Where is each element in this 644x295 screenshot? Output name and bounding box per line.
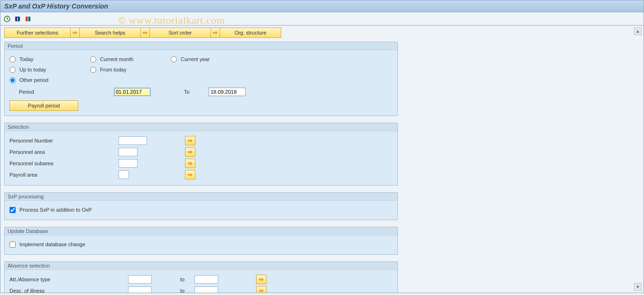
desc-of-illness-to-input[interactable] (194, 286, 218, 293)
current-year-radio[interactable] (171, 56, 177, 63)
personnel-area-label: Personnel area (9, 149, 119, 155)
sort-order-label: Sort order (169, 30, 192, 36)
arrow-right-icon: ⇨ (143, 29, 147, 36)
up-to-today-label[interactable]: Up to today (19, 67, 46, 72)
current-month-radio[interactable] (90, 56, 96, 63)
arrow-right-icon: ⇨ (259, 287, 264, 293)
update-database-title: Update Database (5, 227, 397, 235)
from-today-radio[interactable] (90, 67, 96, 73)
att-absence-type-label: Att./Absence type (9, 277, 128, 282)
search-helps-label: Search helps (95, 30, 125, 36)
sxp-processing-group: SxP processing Process SxP in addition t… (4, 192, 398, 220)
selection-group-title: Selection (5, 123, 397, 131)
personnel-number-label: Personnel Number (9, 138, 119, 143)
colors-icon[interactable] (24, 15, 32, 23)
svg-rect-7 (29, 17, 30, 21)
att-absence-type-multi-button[interactable]: ⇨ (256, 275, 267, 284)
payroll-area-input[interactable] (119, 170, 129, 179)
content-area: ▲ ▼ Further selections ⇨ Search helps ⇨ … (0, 26, 644, 293)
period-group-title: Period (5, 42, 397, 50)
implement-db-change-checkbox[interactable] (9, 241, 16, 248)
personnel-subarea-input[interactable] (119, 159, 138, 168)
svg-text:i: i (17, 17, 18, 22)
sxp-processing-title: SxP processing (5, 193, 397, 201)
svg-line-2 (7, 19, 9, 20)
payroll-period-button[interactable]: Payroll period (9, 100, 78, 111)
sort-order-button[interactable]: Sort order (149, 27, 211, 38)
arrow-right-icon: ⇨ (188, 149, 193, 155)
payroll-area-multi-button[interactable]: ⇨ (185, 170, 195, 179)
personnel-area-input[interactable] (119, 148, 138, 156)
att-absence-to-label: to (152, 277, 194, 282)
search-helps-arrow-button[interactable]: ⇨ (70, 27, 80, 38)
period-from-input[interactable] (114, 88, 151, 96)
process-sxp-checkbox[interactable] (9, 207, 16, 213)
personnel-subarea-label: Personnel subarea (9, 161, 119, 166)
desc-of-illness-label: Desc. of illness (9, 288, 128, 293)
up-to-today-radio[interactable] (9, 67, 16, 73)
app-toolbar: i (0, 12, 644, 26)
arrow-right-icon: ⇨ (213, 29, 218, 36)
payroll-area-label: Payroll area (9, 172, 119, 178)
payroll-period-label: Payroll period (28, 103, 60, 108)
scroll-up-button[interactable]: ▲ (634, 27, 642, 35)
today-radio[interactable] (9, 56, 16, 63)
further-selections-button[interactable]: Further selections (4, 27, 71, 38)
absence-selection-title: Absence selection (5, 262, 397, 270)
period-to-input[interactable] (209, 88, 246, 96)
arrow-right-icon: ⇨ (188, 160, 193, 167)
page-title: SxP and OxP History Conversion (4, 2, 108, 10)
personnel-number-input[interactable] (119, 136, 147, 145)
sort-order-arrow-button[interactable]: ⇨ (140, 27, 150, 38)
arrow-right-icon: ⇨ (188, 171, 193, 178)
period-to-label: To (184, 89, 198, 95)
org-structure-arrow-button[interactable]: ⇨ (211, 27, 220, 38)
action-button-row: Further selections ⇨ Search helps ⇨ Sort… (4, 27, 640, 38)
search-helps-button[interactable]: Search helps (79, 27, 141, 38)
arrow-right-icon: ⇨ (73, 29, 77, 36)
period-group: Period Today Current month Current year … (4, 42, 398, 116)
selection-group: Selection Personnel Number ⇨ Personnel a… (4, 123, 398, 186)
arrow-right-icon: ⇨ (259, 276, 264, 283)
org-structure-button[interactable]: Org. structure (220, 27, 281, 38)
other-period-radio[interactable] (9, 77, 16, 83)
arrow-right-icon: ⇨ (188, 137, 193, 144)
att-absence-type-to-input[interactable] (194, 275, 218, 284)
att-absence-type-from-input[interactable] (128, 275, 152, 284)
further-selections-label: Further selections (17, 30, 58, 36)
period-label: Period (19, 89, 114, 95)
title-bar: SxP and OxP History Conversion (0, 0, 644, 12)
svg-rect-6 (28, 17, 29, 21)
update-database-group: Update Database Implement database chang… (4, 227, 398, 255)
other-period-label[interactable]: Other period (19, 77, 48, 83)
from-today-label[interactable]: From today (100, 67, 127, 72)
current-year-label[interactable]: Current year (181, 56, 210, 62)
current-month-label[interactable]: Current month (100, 56, 133, 62)
desc-of-illness-from-input[interactable] (128, 286, 152, 293)
personnel-number-multi-button[interactable]: ⇨ (185, 136, 195, 145)
personnel-area-multi-button[interactable]: ⇨ (185, 147, 195, 157)
desc-of-illness-to-label: to (152, 288, 194, 293)
personnel-subarea-multi-button[interactable]: ⇨ (185, 159, 195, 168)
svg-rect-5 (26, 17, 27, 21)
implement-db-change-label[interactable]: Implement database change (19, 241, 85, 247)
info-icon[interactable]: i (14, 15, 21, 23)
execute-icon[interactable] (3, 15, 11, 23)
process-sxp-label[interactable]: Process SxP in addition to OxP (19, 207, 92, 213)
absence-selection-group: Absence selection Att./Absence type to ⇨… (4, 261, 398, 293)
scroll-down-button[interactable]: ▼ (634, 283, 642, 291)
today-label[interactable]: Today (19, 56, 33, 62)
org-structure-label: Org. structure (234, 30, 266, 36)
desc-of-illness-multi-button[interactable]: ⇨ (256, 286, 267, 293)
